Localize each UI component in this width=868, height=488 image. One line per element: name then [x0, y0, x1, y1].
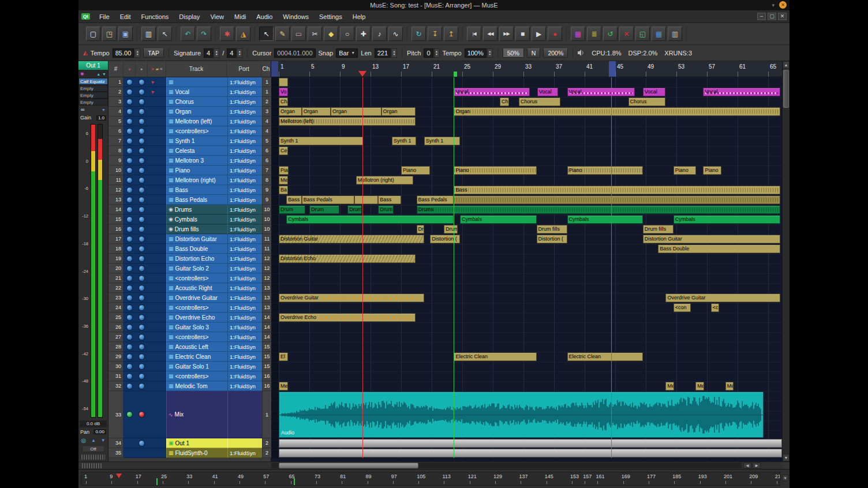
arranger-part[interactable]: Bass — [454, 186, 780, 194]
arranger-part[interactable]: Drum — [279, 205, 305, 214]
len-spinbox[interactable]: 221 ▲▼ — [375, 48, 397, 58]
punch-out-icon[interactable]: ↥ — [444, 27, 458, 41]
arranger-part[interactable]: Drum — [309, 205, 339, 214]
track-row-24[interactable]: 24▦<controllers>1:FluidSyn13 — [108, 303, 271, 313]
arranger-part[interactable] — [279, 78, 288, 87]
mute-button[interactable] — [136, 273, 148, 283]
mute-button[interactable] — [136, 371, 148, 381]
stop-icon[interactable]: ■ — [515, 27, 530, 41]
record-arm-button[interactable] — [124, 273, 136, 283]
record-arm-button[interactable] — [124, 438, 136, 448]
mute-button[interactable] — [136, 224, 148, 234]
record-arm-button[interactable] — [124, 146, 136, 156]
arranger-part[interactable]: Overdrive Guitar — [665, 294, 780, 302]
pan-tool-icon[interactable]: ✚ — [356, 27, 371, 41]
mixer-a-icon[interactable]: ▦ — [652, 27, 666, 41]
mute-button[interactable] — [136, 438, 148, 448]
signature-denominator-spinbox[interactable]: 4 ▲▼ — [227, 48, 242, 58]
track-row-27[interactable]: 27▦<controllers>1:FluidSyn14 — [108, 332, 271, 342]
arranger-part[interactable]: Piano — [454, 166, 536, 175]
arranger-part[interactable]: Cymbals — [286, 215, 454, 224]
spin-arrows-icon[interactable]: ▲▼ — [391, 48, 397, 58]
track-port[interactable]: 1:FluidSyn — [227, 146, 262, 156]
clipboard-icon[interactable]: ▥ — [141, 27, 156, 41]
mute-button[interactable] — [136, 322, 148, 332]
arranger-part[interactable]: Organ — [279, 107, 302, 116]
arranger-part[interactable]: Vocal — [454, 88, 529, 96]
track-row-13[interactable]: 13▦Bass Pedals1:FluidSyn9 — [108, 195, 271, 205]
record-arm-button[interactable] — [124, 283, 136, 293]
mute-button[interactable] — [136, 195, 148, 205]
track-port[interactable]: 1:FluidSyn — [227, 371, 262, 381]
arranger-part[interactable]: Organ — [331, 107, 381, 116]
record-arm-button[interactable] — [124, 332, 136, 342]
track-row-32[interactable]: 32▦Melodic Tom1:FluidSyn16 — [108, 381, 271, 391]
track-row-15[interactable]: 15◉Cymbals1:FluidSyn10 — [108, 215, 271, 224]
track-name-cell[interactable]: ▦Guitar Solo 2 — [166, 264, 227, 273]
spin-arrows-icon[interactable]: ▲▼ — [134, 48, 140, 58]
track-name-cell[interactable]: ▦Distortion Guitar — [166, 234, 227, 244]
track-name-cell[interactable]: ▦Mellotron (right) — [166, 175, 227, 185]
track-name-cell[interactable]: ▦<controllers> — [166, 273, 227, 283]
menu-midi[interactable]: Midi — [229, 12, 251, 21]
scroll-up-icon[interactable]: ▲ — [783, 61, 790, 69]
track-row-1[interactable]: 1➤▦1:FluidSyn1 — [108, 77, 271, 87]
mute-button[interactable] — [136, 448, 148, 458]
arranger-part[interactable]: Distortion Echo — [279, 254, 416, 263]
track-row-21[interactable]: 21▦<controllers>1:FluidSyn12 — [108, 273, 271, 283]
record-arm-button[interactable] — [124, 264, 136, 273]
track-port[interactable]: 1:FluidSyn — [227, 342, 262, 352]
playhead-marker[interactable] — [358, 71, 366, 77]
mute-button[interactable] — [136, 244, 148, 254]
record-arm-button[interactable] — [124, 205, 136, 215]
hscroll-thumb[interactable] — [279, 463, 418, 468]
eraser-tool-icon[interactable]: ▭ — [291, 27, 306, 41]
mute-button[interactable] — [136, 293, 148, 303]
route-down-icon[interactable]: ▼ — [101, 438, 106, 443]
route-up-icon[interactable]: ▲ — [91, 438, 96, 443]
mute-button[interactable] — [136, 391, 148, 438]
rewind-icon[interactable]: ◀◀ — [483, 27, 497, 41]
track-port[interactable]: 1:FluidSyn — [227, 195, 262, 205]
song-overview-ruler[interactable]: 1917253341495765738189971051131211291371… — [81, 472, 780, 486]
track-port[interactable]: 1:FluidSyn — [227, 205, 262, 215]
arranger-part[interactable]: Piano — [703, 166, 721, 175]
goto-start-icon[interactable]: |◀ — [467, 27, 481, 41]
arranger-part[interactable]: Bass Pedals — [302, 196, 354, 204]
arranger-part[interactable]: Chorus — [628, 97, 666, 106]
arranger-part[interactable]: Bass Double — [658, 245, 780, 253]
arranger-part[interactable]: Synth 1 — [279, 137, 363, 145]
arranger-part[interactable]: Bass Pedals — [417, 196, 454, 204]
track-name-cell[interactable]: ▦Melodic Tom — [166, 381, 227, 391]
track-port[interactable]: 1:FluidSyn — [227, 136, 262, 146]
track-row-28[interactable]: 28▦Acoustic Left1:FluidSyn15 — [108, 342, 271, 352]
track-row-9[interactable]: 9▦Mellotron 31:FluidSyn6 — [108, 156, 271, 166]
track-name-cell[interactable]: ▦Bass Pedals — [166, 195, 227, 205]
arranger-part[interactable]: Drum fills — [643, 225, 674, 234]
arranger-part[interactable]: Organ — [302, 107, 331, 116]
record-arm-button[interactable] — [124, 185, 136, 195]
mute-button[interactable] — [136, 175, 148, 185]
track-port[interactable]: 1:FluidSyn — [227, 97, 262, 107]
timeline-ruler[interactable]: 1591317212529333741454953576165 — [271, 61, 782, 77]
track-port[interactable]: 1:FluidSyn — [227, 273, 262, 283]
arranger-part[interactable]: Me — [279, 382, 288, 391]
track-row-29[interactable]: 29▦Electric Clean1:FluidSyn15 — [108, 352, 271, 362]
track-name-cell[interactable]: ▦Electric Clean — [166, 352, 227, 362]
track-port[interactable]: 1:FluidSyn — [227, 244, 262, 254]
arranger-part[interactable]: Vocal — [643, 88, 666, 96]
track-name-cell[interactable]: ∿Mix — [166, 391, 227, 438]
mute-button[interactable] — [136, 166, 148, 175]
arranger-part[interactable]: Chorus — [519, 97, 560, 106]
record-arm-button[interactable] — [124, 254, 136, 264]
record-arm-button[interactable] — [124, 77, 136, 87]
tempo-spinbox[interactable]: 85.00 ▲▼ — [113, 48, 141, 58]
arranger-part[interactable]: Vo — [279, 88, 288, 96]
track-name-cell[interactable]: ▦Acoustic Left — [166, 342, 227, 352]
menu-settings[interactable]: Settings — [314, 12, 347, 21]
menu-help[interactable]: Help — [347, 12, 371, 21]
redo-icon[interactable]: ↷ — [197, 27, 211, 41]
record-arm-button[interactable] — [124, 136, 136, 146]
mute-button[interactable] — [136, 234, 148, 244]
track-port[interactable]: 1:FluidSyn — [227, 77, 262, 87]
